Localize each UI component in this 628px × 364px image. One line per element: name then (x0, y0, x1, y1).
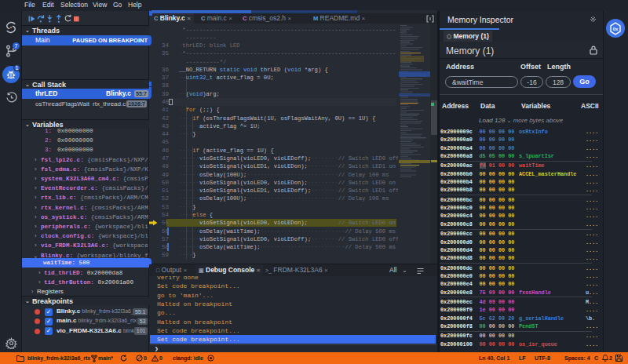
svg-text:0x: 0x (613, 27, 619, 31)
